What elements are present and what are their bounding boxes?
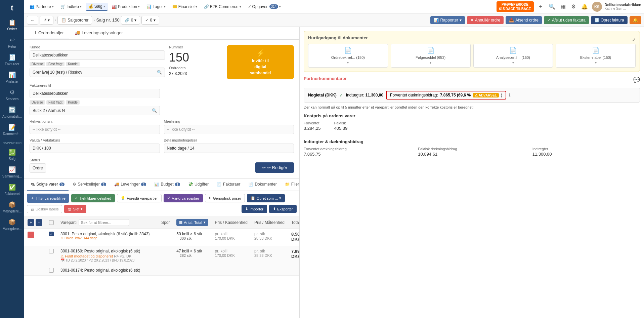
row2-total-cell: 7.990,00 DKK bbox=[288, 246, 299, 265]
tab-budget[interactable]: 📊 Budget 1 bbox=[150, 178, 184, 191]
opret-faktura-button[interactable]: 🧾 Opret faktura bbox=[591, 16, 628, 24]
sidebar-item-salg-report[interactable]: 💹 Salg bbox=[0, 146, 24, 163]
sidebar-logo[interactable]: t bbox=[0, 0, 24, 16]
forventet-db-label: Forventet dækningsbidrag bbox=[304, 147, 411, 151]
doc-ordrebekr[interactable]: 📄 Ordrebekræf... (150) ▾ bbox=[308, 44, 388, 68]
avatar[interactable]: KS bbox=[592, 2, 602, 12]
sidebar-item-faktureret[interactable]: ✅ Faktureret bbox=[0, 181, 24, 198]
tab-dokumenter[interactable]: 📄 Dokumenter bbox=[244, 178, 281, 191]
sidebar-item-ordrer[interactable]: 📋 Ordrer bbox=[0, 16, 24, 34]
opret-som-button[interactable]: 📋 Opret som ... ▾ bbox=[247, 194, 285, 202]
row2-checkbox[interactable] bbox=[49, 249, 54, 253]
services-icon: ⚙ bbox=[9, 89, 15, 96]
row1-collapse-btn[interactable]: − bbox=[28, 232, 34, 238]
foresla-button[interactable]: 💡 Foreslå varepartier bbox=[117, 194, 161, 202]
bell-icon[interactable]: 🔔 bbox=[580, 2, 589, 11]
eksporter-button[interactable]: ⬆ Eksportér bbox=[269, 205, 297, 213]
tag-diverse: Diverse bbox=[30, 62, 45, 66]
settings-icon[interactable]: ⚙ bbox=[570, 2, 577, 11]
proveperiode-badge[interactable]: PRØVEPERIODE 615 DAGE TILBAGE bbox=[497, 1, 534, 12]
importer-button[interactable]: ⬇ Importér bbox=[242, 205, 267, 213]
sidebar-item-sammenlig[interactable]: 📈 Sammenlig... bbox=[0, 163, 24, 181]
tab-udgifter[interactable]: 💸 Udgifter bbox=[184, 178, 213, 191]
partner-comments-chat-icon[interactable]: 💬 bbox=[633, 77, 640, 83]
back-button[interactable]: ← bbox=[27, 16, 38, 25]
sidebar-item-maengdere2[interactable]: 📦 Mængdere... bbox=[0, 216, 24, 233]
nav-salg[interactable]: 💰 Salg ▾ bbox=[86, 3, 108, 11]
genopfrisk-button[interactable]: ↻ Genopfrisk priser bbox=[205, 194, 245, 202]
rapporter-button[interactable]: 📊 Rapporter ▾ bbox=[430, 16, 465, 24]
nav-indkob[interactable]: 🛒 Indkøb ▾ bbox=[58, 3, 84, 10]
nav-lager[interactable]: 📊 Lager ▾ bbox=[144, 3, 168, 10]
add-icon[interactable]: ＋ bbox=[536, 2, 545, 11]
tab-leveringsoplysninger[interactable]: 🚚 Leveringsoplysninger bbox=[69, 27, 128, 39]
faktureres-group: Faktureres til Delikatessebutikken Diver… bbox=[30, 83, 160, 115]
slet-button[interactable]: 🗑 Slet ▾ bbox=[64, 205, 86, 213]
nav-produktion[interactable]: 🏭 Produktion ▾ bbox=[109, 3, 142, 10]
check-button[interactable]: ✓ 0 ▾ bbox=[141, 16, 159, 25]
udskriv-button[interactable]: 🖨 Udskriv labels bbox=[27, 205, 62, 213]
annuller-button[interactable]: ✕ Annullér ordre bbox=[467, 16, 504, 24]
tilfoj-button[interactable]: ＋ Tilføj varepartilinje bbox=[27, 194, 69, 203]
row3-checkbox[interactable] bbox=[49, 268, 54, 273]
sidebar-item-rammeaft[interactable]: 📝 Rammeaft... bbox=[0, 121, 24, 138]
kunde-address[interactable]: Grenåvej 10 (test) / Risskov 🔍 bbox=[30, 68, 165, 77]
tab-solgte-varer[interactable]: 🛍 Solgte varer 5 bbox=[27, 178, 69, 191]
budget-icon: 📊 bbox=[154, 182, 159, 187]
tab-ordredetaljer[interactable]: ℹ Ordredetaljer bbox=[30, 27, 69, 39]
b2b-icon: 🔗 bbox=[204, 4, 209, 9]
collapse-all-btn[interactable]: - bbox=[36, 219, 42, 226]
doc-ekstern-label[interactable]: 📄 Ekstern label (150) ▾ bbox=[556, 44, 636, 68]
select-all-checkbox[interactable] bbox=[49, 220, 54, 225]
nav-finansiel[interactable]: 💳 Finansiel ▾ bbox=[170, 3, 200, 10]
filter-input[interactable] bbox=[79, 219, 129, 226]
link-button[interactable]: 🔗 0 ▾ bbox=[121, 16, 140, 25]
row2-product-name: 3001-00169: Pesto original, økologisk (6… bbox=[60, 249, 155, 253]
betaling-label: Betalingsbetingelser bbox=[164, 138, 294, 142]
faktureres-address[interactable]: Butik 2 / Aarhus N 🔍 bbox=[30, 106, 160, 115]
search-topnav-icon[interactable]: 🔍 bbox=[547, 2, 557, 11]
tab-servicelinjer[interactable]: ⚙ Servicelinjer 1 bbox=[69, 178, 110, 191]
row2-pris-kasse-cell: pr. kolli 170,00 DKK bbox=[212, 246, 251, 265]
vaelg-button[interactable]: ☑ Vælg varepartier bbox=[164, 194, 203, 202]
tab-leveringer[interactable]: 🚚 Leveringer 1 bbox=[110, 178, 150, 191]
metrics-info-icon[interactable]: ℹ bbox=[509, 93, 511, 97]
partner-comments-label[interactable]: Partnerkommentarer bbox=[304, 76, 347, 81]
nav-opgaver[interactable]: ✓ Opgaver 314 ▾ bbox=[245, 3, 284, 10]
rediger-button[interactable]: ✏ ✏ Redigér bbox=[255, 162, 294, 173]
sidebar-item-maengdere1[interactable]: 📦 Mængdere... bbox=[0, 198, 24, 216]
afsend-button[interactable]: 📤 Afsend ordre bbox=[506, 16, 542, 24]
nummer-group: Nummer 150 Ordredato 27.3.2023 bbox=[169, 45, 223, 76]
metrics-forventet-label: Forventet dækningsbidrag: bbox=[390, 93, 438, 97]
afslut-button[interactable]: ✓ Afslut uden faktura bbox=[544, 16, 589, 24]
barcode-icon[interactable]: ▦ bbox=[559, 2, 567, 11]
calendar-icon: 📅 bbox=[60, 259, 65, 262]
doc-folgeseddel[interactable]: 📄 Følgeseddel (653) ▾ bbox=[391, 44, 471, 68]
sidebar-item-automatisk[interactable]: 🔄 Automatisk... bbox=[0, 104, 24, 121]
antal-sort-btn[interactable]: ▦ Antal: Total ▾ bbox=[176, 219, 208, 226]
user-info[interactable]: Delikatessefabrikken Katrine Søn ... bbox=[605, 3, 641, 10]
doc-analysecertif[interactable]: 📄 Analysecertif... (150) ▾ bbox=[473, 44, 553, 68]
tab-filer[interactable]: 📁 Filer bbox=[281, 178, 299, 191]
invite-button[interactable]: ⚡ Invitér til digital samhandel bbox=[227, 45, 294, 79]
antal-icon: ▦ bbox=[179, 220, 182, 225]
row3-expand-cell bbox=[24, 265, 46, 276]
sidebar-item-prislister[interactable]: 📊 Prislister bbox=[0, 69, 24, 86]
history-button[interactable]: ↺ ▾ bbox=[40, 16, 53, 25]
nav-b2b[interactable]: 🔗 B2B Commerce ▾ bbox=[201, 3, 244, 10]
sidebar-item-services[interactable]: ⚙ Services bbox=[0, 86, 24, 104]
salgsordrer-button[interactable]: 📋 Salgsordrer bbox=[57, 16, 92, 25]
kostpris-forventet-value: 3.284,25 bbox=[304, 126, 321, 131]
row1-checkbox[interactable]: ✓ bbox=[49, 232, 54, 236]
tab-fakturaer[interactable]: 🧾 Fakturaer bbox=[213, 178, 244, 191]
row2-price-kasse-label: pr. kolli bbox=[215, 249, 248, 253]
nav-partnere[interactable]: 👥 Partnere ▾ bbox=[27, 3, 56, 10]
expand-all-btn[interactable]: + bbox=[28, 219, 34, 226]
sidebar-item-retur[interactable]: ↩ Retur bbox=[0, 34, 24, 51]
col-antal-header[interactable]: ▦ Antal: Total ▾ bbox=[173, 216, 211, 229]
tjek-button[interactable]: ✓ Tjek tilgængelighed bbox=[71, 194, 115, 202]
orange-button[interactable]: 🔔 bbox=[630, 16, 641, 24]
hurtigadgang-expand-icon[interactable]: ⤢ bbox=[632, 37, 636, 42]
salg-chevron: ▾ bbox=[103, 5, 105, 8]
sidebar-item-fakturaer[interactable]: 🧾 Fakturaer bbox=[0, 51, 24, 69]
